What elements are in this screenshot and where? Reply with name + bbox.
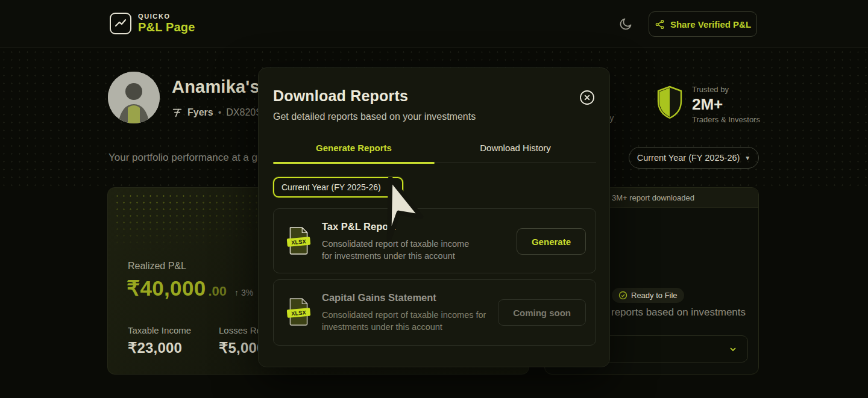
trusted-count: 2M+ [692,95,760,114]
taxable-income-stat: Taxable Income ₹23,000 [128,325,191,356]
chart-logo-icon [110,13,131,34]
broker-name: Fyers [187,107,213,118]
report-title: Capital Gains Statement [322,292,436,303]
tab-generate-reports[interactable]: Generate Reports [273,138,435,163]
tab-download-history[interactable]: Download History [435,138,596,163]
fyers-logo-icon [172,107,183,118]
report-item-capital-gains: XLSX Capital Gains Statement Consolidate… [273,279,596,346]
realized-pnl-value: ₹40,000 [127,276,206,300]
dark-mode-toggle[interactable] [618,17,633,31]
pnl-change-value: 3% [241,288,253,297]
top-navbar: QUICKO P&L Page Share Verified P&L [0,0,868,48]
modal-subtitle: Get detailed reports based on your inves… [273,111,476,122]
avatar [108,72,160,123]
modal-year-value: Current Year (FY 2025-26) [281,182,381,192]
ready-to-file-badge: Ready to File [612,288,684,303]
coming-soon-button[interactable]: Coming soon [498,299,586,326]
ready-badge-label: Ready to File [631,291,678,300]
up-arrow-icon: ↑ [234,288,239,297]
account-id: DX820S [226,107,262,118]
xlsx-file-icon: XLSX [286,297,311,329]
share-button-label: Share Verified P&L [670,19,751,30]
report-title: Tax P&L Report [322,221,395,232]
page: QUICKO P&L Page Share Verified P&L Anami… [0,0,868,398]
modal-title: Download Reports [273,87,408,105]
pnl-change-badge: ↑ 3% [234,288,253,297]
portfolio-caption: Your portfolio performance at a gl [108,152,260,164]
brand-logo: QUICKO P&L Page [110,13,195,34]
taxable-income-value: ₹23,000 [128,340,191,356]
report-item-tax-pnl: XLSX Tax P&L Report Consolidated report … [273,208,596,273]
generate-button[interactable]: Generate [517,228,586,255]
xlsx-file-icon: XLSX [286,226,311,258]
realized-pnl-decimals: .00 [208,284,227,299]
broker-separator: • [218,107,222,118]
trusted-sub-label: Traders & Investors [692,115,760,124]
chevron-down-icon: ▼ [389,184,395,191]
download-reports-modal: Download Reports Get detailed reports ba… [258,67,610,367]
shield-icon [656,85,684,120]
chevron-down-icon [728,344,738,354]
trusted-block: Trusted by 2M+ Traders & Investors [656,85,760,124]
brand-bottom-label: P&L Page [138,20,195,34]
hero-year-dropdown[interactable]: Current Year (FY 2025-26) ▼ [629,147,759,169]
profile-name: Anamika's [172,77,260,97]
brand-top-label: QUICKO [138,13,195,20]
hero-year-value: Current Year (FY 2025-26) [637,153,740,163]
trusted-by-label: Trusted by [692,85,760,94]
modal-year-dropdown[interactable]: Current Year (FY 2025-26) ▼ [273,177,403,197]
share-verified-pnl-button[interactable]: Share Verified P&L [649,11,757,37]
report-description: Consolidated report of taxable income fo… [322,238,469,262]
realized-pnl-label: Realized P&L [128,261,186,272]
broker-row: Fyers • DX820S [172,107,262,118]
check-circle-icon [618,291,627,300]
chevron-down-icon: ▼ [744,155,750,161]
share-icon [655,19,665,30]
reports-caption: reports based on investments [611,306,746,319]
close-icon[interactable] [579,90,595,105]
reports-banner-text: 3M+ report downloaded [612,193,694,202]
report-description: Consolidated report of taxable incomes f… [322,309,486,333]
modal-tabs: Generate Reports Download History [273,138,596,163]
taxable-income-label: Taxable Income [128,325,191,335]
